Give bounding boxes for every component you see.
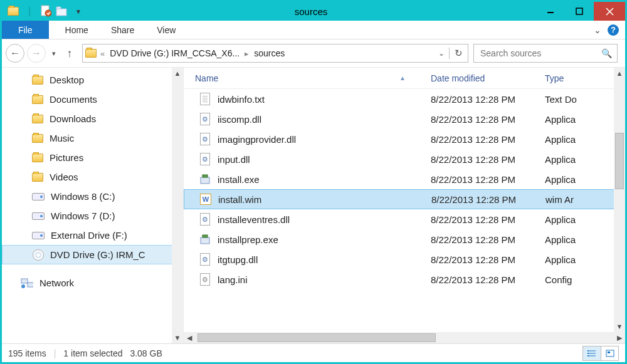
maximize-button[interactable] [565,2,594,21]
close-button[interactable] [594,2,625,21]
address-bar[interactable]: « DVD Drive (G:) IRM_CCSA_X6... ▸ source… [82,44,468,63]
scroll-down-icon[interactable]: ▼ [614,321,625,332]
column-headers: Name ▲ Date modified Type [184,68,625,89]
address-folder-icon [83,49,98,58]
tree-item[interactable]: Documents [2,90,183,109]
tree-item[interactable]: External Drive (F:) [2,226,183,245]
column-name[interactable]: Name ▲ [184,73,431,83]
file-list: Name ▲ Date modified Type idwbinfo.txt8/… [184,68,625,343]
file-row[interactable]: ⚙imagingprovider.dll8/22/2013 12:28 PMAp… [184,129,625,149]
minimize-button[interactable] [536,2,565,21]
titlebar: | ▼ sources [2,2,625,21]
file-row[interactable]: installprep.exe8/22/2013 12:28 PMApplica [184,229,625,249]
tree-item[interactable]: Downloads [2,109,183,128]
exe-icon [199,173,211,185]
tree-item[interactable]: DVD Drive (G:) IRM_C [2,245,183,264]
tree-item-network[interactable]: Network [2,273,183,293]
svg-rect-5 [576,8,582,14]
file-row[interactable]: install.exe8/22/2013 12:28 PMApplica [184,169,625,189]
qat-dropdown-icon[interactable]: ▼ [71,4,86,19]
svg-rect-9 [28,283,33,287]
address-dropdown-icon[interactable]: ⌄ [434,49,449,58]
tab-home[interactable]: Home [54,21,100,39]
scroll-thumb[interactable] [615,133,624,189]
scroll-thumb[interactable] [198,333,436,342]
tree-item[interactable]: Windows 7 (D:) [2,206,183,226]
scroll-up-icon[interactable]: ▲ [172,68,183,79]
svg-rect-2 [56,9,66,16]
file-row[interactable]: Winstall.wim8/22/2013 12:28 PMwim Ar [184,189,625,209]
scroll-right-icon[interactable]: ▶ [614,334,625,342]
svg-rect-22 [608,351,610,353]
status-item-count: 195 items [8,348,46,358]
tree-scrollbar[interactable]: ▲ ▼ [172,68,183,343]
breadcrumb-chevron-icon[interactable]: ▸ [242,49,251,58]
scroll-down-icon[interactable]: ▼ [172,332,183,343]
folder-icon [32,95,43,104]
file-row[interactable]: idwbinfo.txt8/22/2013 12:28 PMText Do [184,89,625,109]
folder-icon[interactable] [6,4,21,19]
file-date: 8/22/2013 12:28 PM [431,154,545,165]
tree-item[interactable]: Windows 8 (C:) [2,187,183,206]
search-box[interactable]: 🔍 [473,44,618,63]
column-type[interactable]: Type [545,73,625,83]
file-row[interactable]: ⚙iiscomp.dll8/22/2013 12:28 PMApplica [184,109,625,129]
horizontal-scrollbar[interactable]: ◀ ▶ [184,332,625,343]
view-thumbnails-button[interactable] [601,346,618,360]
file-row[interactable]: ⚙installeventres.dll8/22/2013 12:28 PMAp… [184,209,625,229]
tree-item-label: External Drive (F:) [51,230,127,241]
tree-item[interactable]: Videos [2,167,183,187]
scroll-left-icon[interactable]: ◀ [184,334,195,342]
search-icon[interactable]: 🔍 [601,48,612,58]
tree-item[interactable]: Desktop [2,70,183,90]
dll-icon: ⚙ [199,213,211,226]
scroll-up-icon[interactable]: ▲ [614,68,625,79]
file-row[interactable]: ⚙input.dll8/22/2013 12:28 PMApplica [184,149,625,169]
tree-item-label: DVD Drive (G:) IRM_C [50,249,145,260]
svg-point-10 [21,284,25,288]
column-date[interactable]: Date modified [431,73,545,83]
body: DesktopDocumentsDownloadsMusicPicturesVi… [2,68,625,343]
tab-view[interactable]: View [145,21,187,39]
folder-icon [32,134,43,143]
file-date: 8/22/2013 12:28 PM [431,194,545,205]
file-date: 8/22/2013 12:28 PM [431,234,545,245]
tab-file[interactable]: File [2,21,49,39]
svg-rect-11 [201,177,209,184]
file-row[interactable]: ⚙itgtupg.dll8/22/2013 12:28 PMApplica [184,249,625,269]
back-button[interactable]: ← [6,44,24,63]
file-name: iiscomp.dll [218,114,261,125]
tab-share[interactable]: Share [100,21,145,39]
ribbon-expand-icon[interactable]: ⌄ [594,25,601,35]
file-row[interactable]: ⚙lang.ini8/22/2013 12:28 PMConfig [184,269,625,289]
drive-icon [32,193,45,200]
file-name: idwbinfo.txt [218,94,265,105]
folder-icon [32,76,43,85]
file-name: lang.ini [218,274,248,285]
drive-icon [32,212,45,220]
up-button[interactable]: ↑ [62,44,77,63]
window-buttons [536,2,625,21]
refresh-button[interactable]: ↻ [449,48,468,59]
tree-item[interactable]: Music [2,128,183,148]
tree-item[interactable]: Pictures [2,148,183,167]
search-input[interactable] [479,48,601,59]
file-name: install.wim [218,194,261,205]
file-name: itgtupg.dll [218,254,258,265]
explorer-window: | ▼ sources File Home Share View ⌄ ? ← → [0,0,627,364]
recent-locations-icon[interactable]: ▾ [48,44,60,63]
breadcrumb-drive[interactable]: DVD Drive (G:) IRM_CCSA_X6... [107,48,242,58]
file-date: 8/22/2013 12:28 PM [431,174,545,185]
breadcrumb-folder[interactable]: sources [251,48,287,58]
properties-icon[interactable] [38,4,53,19]
file-type: Applica [545,134,625,145]
help-icon[interactable]: ? [608,24,619,36]
dll-icon: ⚙ [199,253,211,266]
view-details-button[interactable] [583,346,601,360]
new-folder-icon[interactable] [55,4,70,19]
file-type: wim Ar [545,194,624,205]
vertical-scrollbar[interactable]: ▲ ▼ [614,68,625,332]
forward-button[interactable]: → [27,44,46,63]
file-name: input.dll [218,154,250,165]
breadcrumb-sep-icon[interactable]: « [98,49,107,58]
